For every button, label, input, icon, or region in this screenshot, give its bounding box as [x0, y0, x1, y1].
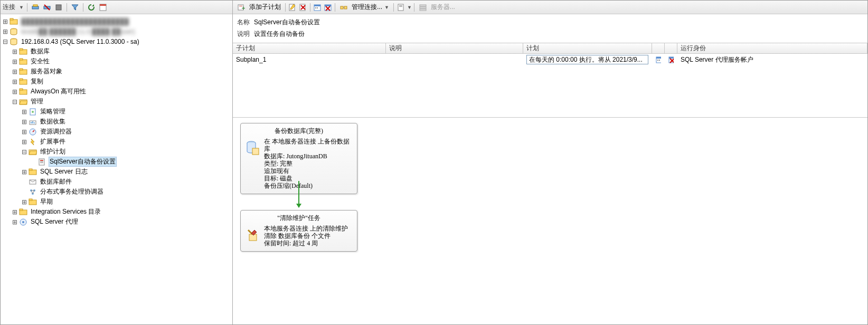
tree-node-blurred[interactable]: testdb██ ██████ 11.0.████ ██user) [20, 27, 136, 36]
svg-rect-26 [32, 121, 33, 123]
tree-node-maint-plan-item[interactable]: SqlServer自动备份设置 [49, 157, 117, 167]
expand-icon[interactable]: ⊞ [11, 68, 18, 75]
schedule-icon[interactable] [313, 3, 322, 12]
subplan-row[interactable]: Subplan_1 SQL Server 代理服务帐户 [233, 54, 867, 65]
expand-icon[interactable]: ⊞ [11, 218, 18, 226]
desc-value[interactable]: 设置任务自动备份 [252, 28, 863, 40]
design-surface[interactable]: 备份数据库(完整) 在 本地服务器连接 上备份数据库 数据库: JutongJi… [233, 117, 867, 324]
tree-node-alwayson[interactable]: AlwaysOn 高可用性 [30, 87, 87, 97]
cleanup-task-icon [246, 227, 260, 244]
expand-icon[interactable]: ⊞ [11, 88, 18, 95]
expand-icon[interactable]: ⊞ [21, 118, 28, 126]
dtc-icon [29, 188, 37, 196]
col-run-as[interactable]: 运行身份 [677, 43, 867, 53]
tree-node-ext-events[interactable]: 扩展事件 [39, 137, 67, 147]
col-desc[interactable]: 说明 [386, 43, 523, 53]
dropdown-icon[interactable]: ▼ [407, 5, 412, 10]
tree-node-replication[interactable]: 复制 [30, 77, 44, 87]
folder-icon [19, 68, 27, 76]
manage-connections-button[interactable]: 管理连接... ▼ [337, 2, 391, 13]
remove-schedule-icon[interactable] [323, 3, 333, 12]
tree-node-legacy[interactable]: 早期 [39, 197, 54, 207]
cell-subplan[interactable]: Subplan_1 [233, 54, 386, 65]
filter-icon[interactable] [70, 3, 80, 12]
task-cleanup[interactable]: "清除维护"任务 本地服务器连接 上的清除维护 清除 数据库备份 个文件 保留时… [240, 210, 357, 252]
add-subplan-icon [237, 3, 246, 12]
cell-plan[interactable] [523, 54, 652, 65]
svg-rect-66 [399, 5, 402, 6]
tree-node-ssis[interactable]: Integration Services 目录 [30, 207, 102, 217]
expand-icon[interactable]: ⊞ [11, 78, 18, 85]
svg-rect-33 [40, 162, 43, 163]
tree-node-policy[interactable]: 策略管理 [39, 107, 67, 117]
tree-node-blurred[interactable]: ████████████████████████ [20, 17, 130, 26]
svg-rect-31 [40, 160, 43, 161]
svg-rect-74 [659, 60, 660, 61]
stop-icon[interactable] [54, 3, 63, 12]
folder-open-icon [29, 148, 37, 156]
add-subplan-button[interactable]: 添加子计划 [235, 2, 283, 13]
properties-icon[interactable] [98, 3, 108, 12]
svg-rect-16 [20, 69, 23, 70]
expand-icon[interactable]: ⊞ [21, 198, 28, 206]
cell-remove-schedule-btn[interactable] [665, 54, 677, 65]
expand-icon[interactable]: ⊞ [21, 128, 28, 136]
toolbar-separator [67, 3, 67, 12]
tree-node-databases[interactable]: 数据库 [30, 46, 51, 56]
refresh-icon[interactable] [87, 3, 96, 12]
reporting-icon[interactable] [396, 3, 405, 12]
name-value[interactable]: SqlServer自动备份设置 [252, 17, 863, 28]
cell-desc[interactable] [386, 54, 523, 65]
cell-schedule-btn[interactable] [652, 54, 665, 65]
tree-node-security[interactable]: 安全性 [30, 56, 51, 66]
tree-node-sql-logs[interactable]: SQL Server 日志 [39, 167, 89, 177]
object-explorer-tree[interactable]: ⊞████████████████████████ ⊞testdb██ ████… [1, 14, 232, 324]
delete-subplan-icon[interactable] [298, 3, 308, 12]
plan-properties: 名称 SqlServer自动备份设置 说明 设置任务自动备份 [233, 14, 867, 43]
subplan-props-icon[interactable] [288, 3, 297, 12]
collapse-icon[interactable]: ⊟ [2, 38, 9, 45]
plan-input[interactable] [526, 55, 648, 64]
svg-rect-27 [34, 122, 35, 123]
connect-dropdown-icon[interactable]: ▼ [19, 5, 24, 10]
expand-icon[interactable]: ⊞ [11, 58, 18, 65]
tree-node-management[interactable]: 管理 [30, 97, 44, 107]
tree-node-server[interactable]: 192.168.0.43 (SQL Server 11.0.3000 - sa) [20, 37, 140, 46]
maint-plan-item-icon [38, 158, 46, 166]
expand-icon[interactable]: ⊞ [21, 168, 28, 176]
expand-icon[interactable]: ⊞ [11, 48, 18, 55]
tree-node-data-collect[interactable]: 数据收集 [39, 117, 67, 127]
folder-icon [19, 78, 27, 86]
expand-icon[interactable]: ⊞ [2, 18, 9, 25]
cell-run-as[interactable]: SQL Server 代理服务帐户 [677, 54, 867, 65]
svg-rect-6 [100, 4, 106, 6]
connect-label[interactable]: 连接 [3, 3, 15, 12]
svg-rect-35 [29, 169, 32, 170]
expand-icon[interactable]: ⊞ [2, 28, 9, 35]
tree-node-server-objects[interactable]: 服务器对象 [30, 66, 63, 77]
svg-rect-18 [20, 79, 23, 80]
expand-icon[interactable]: ⊞ [11, 208, 18, 216]
collapse-icon[interactable]: ⊟ [11, 98, 18, 106]
expand-icon[interactable]: ⊞ [21, 138, 28, 146]
svg-rect-57 [317, 7, 318, 8]
tree-node-maint-plans[interactable]: 维护计划 [39, 147, 67, 157]
flow-arrow[interactable] [298, 181, 299, 207]
tree-node-resource-gov[interactable]: 资源调控器 [39, 127, 73, 137]
col-plan[interactable]: 计划 [523, 43, 652, 53]
col-schedule-icon [652, 43, 665, 53]
connect-icon[interactable] [31, 3, 40, 12]
task-body: 在 本地服务器连接 上备份数据库 数据库: JutongJituanDB 类型:… [264, 138, 352, 189]
tree-node-dtc[interactable]: 分布式事务处理协调器 [39, 187, 105, 197]
tree-node-db-mail[interactable]: 数据库邮件 [39, 177, 73, 187]
svg-rect-41 [29, 199, 32, 200]
tree-node-agent[interactable]: SQL Server 代理 [30, 217, 79, 227]
svg-rect-25 [31, 122, 32, 123]
toolbar-separator [27, 3, 27, 12]
folder-icon [29, 168, 37, 176]
col-subplan[interactable]: 子计划 [233, 43, 386, 53]
collapse-icon[interactable]: ⊟ [21, 148, 28, 156]
server-icon [10, 27, 18, 36]
expand-icon[interactable]: ⊞ [21, 108, 28, 116]
disconnect-icon[interactable] [42, 3, 52, 12]
